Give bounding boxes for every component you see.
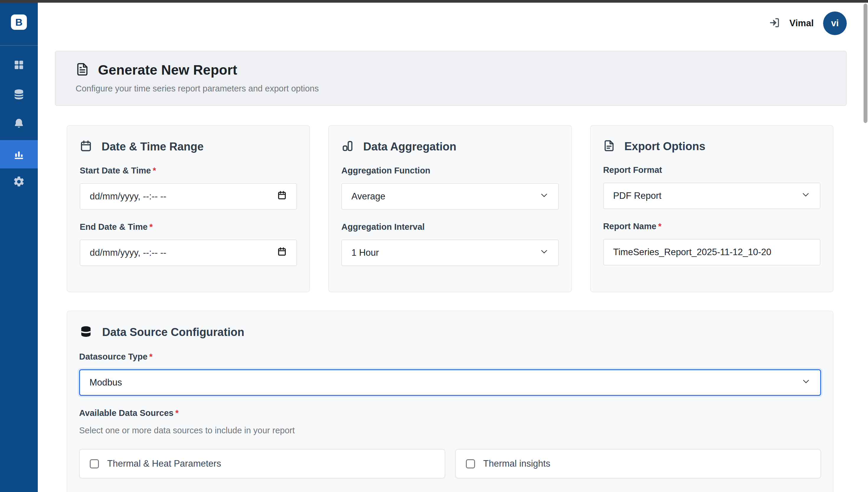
grid-icon <box>13 59 24 71</box>
bell-icon <box>13 118 25 130</box>
window-top-strip <box>0 0 868 3</box>
page-subtitle: Configure your time series report parame… <box>76 84 846 94</box>
bar-chart-outline-icon <box>341 140 354 153</box>
report-format-value: PDF Report <box>613 191 662 201</box>
database-filled-icon <box>79 325 93 340</box>
end-datetime-label: End Date & Time* <box>80 222 297 232</box>
datasource-type-label: Datasource Type* <box>79 352 821 362</box>
sidebar-nav <box>0 46 38 195</box>
aggregation-function-select[interactable]: Average <box>341 183 559 210</box>
card-export-options: Export Options Report Format PDF Report <box>590 125 834 292</box>
option-thermal-heat-parameters[interactable]: Thermal & Heat Parameters <box>79 449 445 478</box>
available-data-sources-hint: Select one or more data sources to inclu… <box>79 426 821 435</box>
vertical-scrollbar-thumb[interactable] <box>864 3 867 123</box>
main-area: Vimal vi Generate New Report <box>38 3 868 492</box>
calendar-icon <box>80 140 92 153</box>
aggregation-interval-value: 1 Hour <box>351 247 379 258</box>
aggregation-function-label: Aggregation Function <box>341 166 559 175</box>
option-thermal-insights[interactable]: Thermal insights <box>455 449 821 478</box>
sidebar-item-reports[interactable] <box>0 140 38 168</box>
user-avatar[interactable]: vi <box>823 11 847 35</box>
page-content: Generate New Report Configure your time … <box>55 51 847 492</box>
option-label: Thermal & Heat Parameters <box>107 458 221 469</box>
start-datetime-label: Start Date & Time* <box>80 166 297 175</box>
sidebar-item-settings[interactable] <box>0 168 38 195</box>
chevron-down-icon <box>539 247 549 259</box>
app-logo[interactable]: B <box>11 15 27 30</box>
log-in-icon <box>769 17 780 29</box>
datasource-type-value: Modbus <box>90 377 122 388</box>
file-text-icon <box>76 63 89 77</box>
file-icon <box>603 140 615 153</box>
calendar-picker-icon[interactable] <box>277 247 287 259</box>
gear-icon <box>13 175 25 188</box>
calendar-picker-icon[interactable] <box>277 190 287 203</box>
page-header-banner: Generate New Report Configure your time … <box>55 51 847 106</box>
card-title: Export Options <box>625 140 705 153</box>
report-format-label: Report Format <box>603 165 820 175</box>
report-name-label: Report Name* <box>603 222 820 231</box>
aggregation-interval-select[interactable]: 1 Hour <box>341 240 559 266</box>
card-data-source-configuration: Data Source Configuration Datasource Typ… <box>67 311 834 492</box>
chevron-down-icon <box>801 190 811 202</box>
report-format-select[interactable]: PDF Report <box>603 182 820 209</box>
aggregation-function-value: Average <box>351 191 385 202</box>
chevron-down-icon <box>801 377 811 389</box>
checkbox-unchecked[interactable] <box>90 459 99 468</box>
avatar-initials: vi <box>831 18 839 29</box>
username-text: Vimal <box>790 18 814 29</box>
card-date-time-range: Date & Time Range Start Date & Time* dd/… <box>67 125 310 292</box>
option-label: Thermal insights <box>483 458 550 469</box>
app-logo-letter: B <box>15 17 23 28</box>
topbar: Vimal vi <box>38 3 868 44</box>
sidebar-item-datasources[interactable] <box>0 81 38 108</box>
sidebar: B <box>0 3 38 492</box>
aggregation-interval-label: Aggregation Interval <box>341 222 559 232</box>
sidebar-item-dashboard[interactable] <box>0 52 38 78</box>
sidebar-item-notifications[interactable] <box>0 110 38 137</box>
end-datetime-placeholder: dd/mm/yyyy, --:-- -- <box>90 247 166 258</box>
available-data-sources-label: Available Data Sources* <box>79 408 821 418</box>
checkbox-unchecked[interactable] <box>466 459 475 468</box>
form-section: Date & Time Range Start Date & Time* dd/… <box>55 106 847 492</box>
page-title: Generate New Report <box>98 62 237 78</box>
datasource-type-select[interactable]: Modbus <box>79 369 821 396</box>
chevron-down-icon <box>539 191 549 202</box>
end-datetime-input[interactable]: dd/mm/yyyy, --:-- -- <box>80 240 297 266</box>
app-window: B <box>0 0 868 492</box>
start-datetime-placeholder: dd/mm/yyyy, --:-- -- <box>90 191 166 202</box>
start-datetime-input[interactable]: dd/mm/yyyy, --:-- -- <box>80 183 297 210</box>
report-name-input[interactable] <box>603 239 820 266</box>
data-source-options: Thermal & Heat Parameters Thermal insigh… <box>79 449 821 478</box>
card-title: Data Aggregation <box>363 141 456 153</box>
card-data-aggregation: Data Aggregation Aggregation Function Av… <box>328 125 571 292</box>
logout-button[interactable] <box>769 17 780 29</box>
database-icon <box>13 89 25 100</box>
bar-chart-icon <box>13 148 25 160</box>
config-cards-row: Date & Time Range Start Date & Time* dd/… <box>67 125 834 292</box>
card-title: Date & Time Range <box>101 141 204 153</box>
card-title: Data Source Configuration <box>102 326 244 339</box>
